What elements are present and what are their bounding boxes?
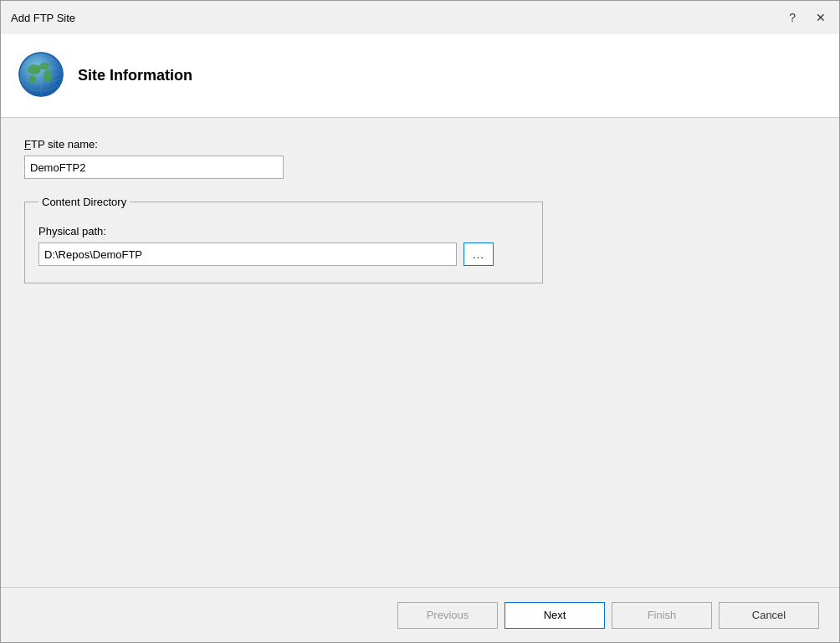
ftp-site-name-section: FTP site name: [24, 138, 816, 179]
physical-path-label: Physical path: [38, 225, 529, 237]
content-area: FTP site name: Content Directory Physica… [1, 118, 839, 587]
previous-button[interactable]: Previous [397, 602, 498, 629]
content-directory-group: Content Directory Physical path: ... [24, 196, 543, 283]
cancel-button[interactable]: Cancel [719, 602, 819, 629]
title-bar: Add FTP Site ? ✕ [1, 1, 839, 34]
finish-button[interactable]: Finish [612, 602, 712, 629]
page-title: Site Information [78, 67, 192, 84]
header-section: Site Information [1, 34, 839, 118]
help-button[interactable]: ? [786, 9, 799, 26]
close-button[interactable]: ✕ [812, 9, 829, 26]
svg-point-3 [44, 70, 52, 82]
window-title: Add FTP Site [11, 12, 75, 24]
ftp-site-name-input[interactable] [24, 156, 284, 179]
physical-path-input[interactable] [38, 242, 457, 266]
globe-icon [18, 51, 64, 100]
dialog: Add FTP Site ? ✕ [0, 0, 840, 643]
browse-button[interactable]: ... [464, 242, 494, 266]
footer: Previous Next Finish Cancel [1, 587, 839, 642]
path-row: ... [38, 242, 529, 266]
title-bar-left: Add FTP Site [11, 12, 75, 24]
title-bar-controls: ? ✕ [786, 9, 829, 26]
ftp-site-name-label: FTP site name: [24, 138, 816, 151]
content-directory-legend: Content Directory [38, 196, 130, 208]
next-button[interactable]: Next [505, 602, 605, 629]
